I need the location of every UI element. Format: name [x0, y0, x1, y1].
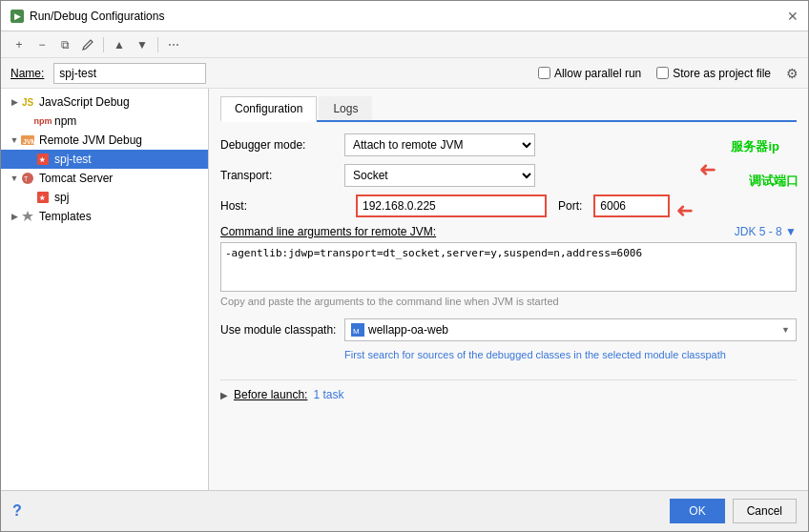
tree-arrow-js-debug: ▶: [9, 97, 20, 107]
toolbar: + − ⧉ ▲ ▼ ⋯: [1, 31, 808, 58]
close-button[interactable]: ✕: [787, 9, 799, 24]
tree-item-npm[interactable]: npm npm: [1, 112, 208, 131]
remote-jvm-label: Remote JVM Debug: [39, 133, 142, 147]
help-button[interactable]: ?: [12, 502, 22, 520]
npm-icon: npm: [35, 113, 51, 129]
debugger-mode-label: Debugger mode:: [220, 138, 344, 152]
config-tabs: Configuration Logs: [220, 96, 797, 122]
toolbar-separator: [103, 37, 104, 52]
svg-text:★: ★: [39, 194, 46, 201]
tree-arrow-templates: ▶: [9, 212, 20, 221]
tomcat-label: Tomcat Server: [39, 172, 113, 185]
name-bar-right: Allow parallel run Store as project file…: [538, 66, 799, 81]
spj-test-icon: ★: [35, 152, 51, 167]
svg-text:M: M: [353, 327, 360, 336]
tree-arrow-remote-jvm: ▼: [9, 135, 20, 145]
tab-logs[interactable]: Logs: [319, 96, 372, 120]
name-bar: Name: Allow parallel run Store as projec…: [1, 58, 808, 89]
right-panel-wrapper: Configuration Logs Debugger mode: Attach…: [209, 89, 808, 490]
before-launch-toggle[interactable]: ▶: [220, 390, 228, 400]
npm-label: npm: [54, 114, 76, 128]
move-down-button[interactable]: ▼: [132, 34, 153, 55]
toolbar-separator-2: [157, 37, 158, 52]
more-button[interactable]: ⋯: [163, 34, 184, 55]
run-debug-dialog: ▶ Run/Debug Configurations ✕ + − ⧉ ▲ ▼ ⋯…: [0, 0, 809, 532]
allow-parallel-label[interactable]: Allow parallel run: [538, 67, 641, 80]
jvm-debug-icon: JVM: [20, 133, 35, 148]
name-input[interactable]: [53, 63, 206, 84]
host-port-row: Host: Port:: [220, 194, 797, 217]
jdk-version-link[interactable]: JDK 5 - 8 ▼: [735, 225, 797, 238]
svg-text:★: ★: [39, 156, 46, 163]
port-label: Port:: [558, 199, 582, 213]
js-debug-label: JavaScript Debug: [39, 95, 130, 109]
footer: ? OK Cancel: [1, 490, 808, 531]
tab-configuration[interactable]: Configuration: [220, 96, 317, 122]
before-launch-section: ▶ Before launch: 1 task: [220, 379, 797, 401]
dialog-title: Run/Debug Configurations: [30, 10, 164, 23]
tomcat-icon: T: [20, 171, 35, 186]
cmd-args-label: Command line arguments for remote JVM:: [220, 225, 436, 238]
spj-icon: ★: [35, 190, 51, 205]
cmd-hint: Copy and paste the arguments to the comm…: [220, 296, 797, 307]
debugger-mode-row: Debugger mode: Attach to remote JVM List…: [220, 133, 797, 156]
allow-parallel-checkbox[interactable]: [538, 67, 550, 79]
module-hint: First search for sources of the debugged…: [344, 349, 797, 360]
cmd-label-row: Command line arguments for remote JVM: J…: [220, 225, 797, 238]
title-bar: ▶ Run/Debug Configurations ✕: [1, 1, 808, 31]
js-debug-icon: JS: [20, 94, 35, 110]
edit-button[interactable]: [77, 34, 98, 55]
store-as-project-checkbox[interactable]: [656, 67, 669, 79]
cancel-button[interactable]: Cancel: [733, 499, 797, 523]
ok-button[interactable]: OK: [670, 499, 724, 523]
store-as-project-label[interactable]: Store as project file: [656, 67, 771, 80]
module-classpath-label: Use module classpath:: [220, 323, 344, 337]
transport-label: Transport:: [220, 169, 344, 182]
name-label: Name:: [10, 67, 44, 80]
remove-button[interactable]: −: [31, 34, 52, 55]
dialog-icon: ▶: [10, 10, 24, 23]
debugger-mode-select[interactable]: Attach to remote JVM Listen to remote JV…: [344, 133, 535, 156]
templates-icon: [20, 209, 35, 224]
tree-item-js-debug[interactable]: ▶ JS JavaScript Debug: [1, 92, 208, 112]
add-button[interactable]: +: [9, 34, 30, 55]
spj-test-label: spj-test: [54, 153, 92, 166]
main-content: ▶ JS JavaScript Debug npm npm ▼ JVM: [1, 89, 808, 490]
spj-label: spj: [54, 191, 69, 204]
before-launch-label: Before launch:: [234, 388, 307, 401]
host-label: Host:: [220, 199, 344, 213]
svg-text:JVM: JVM: [23, 138, 35, 145]
tree-item-tomcat[interactable]: ▼ T Tomcat Server: [1, 169, 208, 188]
templates-label: Templates: [39, 210, 92, 223]
tree-item-spj-test[interactable]: ★ spj-test: [1, 150, 208, 169]
title-bar-left: ▶ Run/Debug Configurations: [10, 10, 164, 23]
tree-arrow-tomcat: ▼: [9, 174, 20, 183]
cmd-textarea[interactable]: -agentlib:jdwp=transport=dt_socket,serve…: [220, 242, 797, 292]
footer-buttons: OK Cancel: [670, 499, 797, 523]
before-launch-value[interactable]: 1 task: [313, 388, 343, 401]
copy-button[interactable]: ⧉: [54, 34, 75, 55]
module-row: Use module classpath: M wellapp-oa-web ▼: [220, 318, 797, 341]
module-dropdown-icon: ▼: [781, 325, 790, 335]
transport-select[interactable]: Socket Shared memory: [344, 164, 535, 187]
module-select[interactable]: M wellapp-oa-web ▼: [344, 318, 797, 341]
settings-gear-button[interactable]: ⚙: [786, 66, 799, 81]
left-panel: ▶ JS JavaScript Debug npm npm ▼ JVM: [1, 89, 209, 490]
transport-row: Transport: Socket Shared memory: [220, 164, 797, 187]
port-input[interactable]: [593, 194, 670, 217]
host-input[interactable]: [356, 194, 547, 217]
right-panel: Configuration Logs Debugger mode: Attach…: [209, 89, 808, 490]
tree-item-remote-jvm[interactable]: ▼ JVM Remote JVM Debug: [1, 131, 208, 150]
module-value: wellapp-oa-web: [368, 323, 781, 337]
module-icon: M: [351, 323, 364, 337]
tree-item-spj[interactable]: ★ spj: [1, 188, 208, 207]
tree-item-templates[interactable]: ▶ Templates: [1, 207, 208, 226]
move-up-button[interactable]: ▲: [109, 34, 130, 55]
svg-text:T: T: [24, 175, 29, 182]
